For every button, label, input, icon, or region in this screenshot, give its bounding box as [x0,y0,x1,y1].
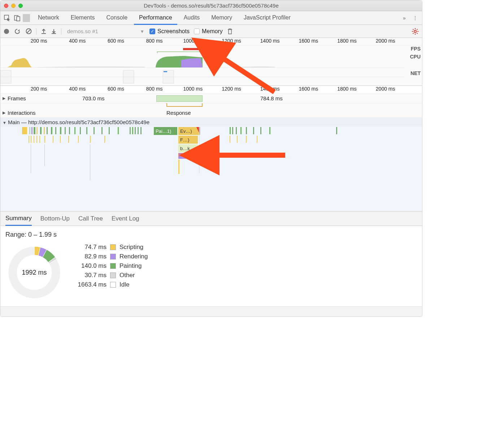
legend-item-other: 30.7 msOther [74,272,148,279]
summary-legend: 74.7 msScripting82.9 msRendering140.0 ms… [74,244,148,288]
svg-rect-25 [36,127,38,134]
trash-icon[interactable] [227,28,233,35]
summary-tab-event-log[interactable]: Event Log [112,212,139,225]
svg-rect-24 [34,127,35,134]
svg-rect-59 [44,144,45,166]
svg-rect-36 [86,127,87,134]
summary-tabs: SummaryBottom-UpCall TreeEvent Log [0,211,422,226]
svg-rect-38 [101,127,103,134]
net-label: NET [410,70,421,76]
titlebar: DevTools - demos.so/result/5c73acf736cf5… [0,0,422,11]
svg-line-15 [417,29,418,30]
interactions-row[interactable]: ▶ Interactions Response [0,108,422,118]
recording-selector[interactable]: demos.so #1 ▾ [66,28,145,35]
svg-rect-72 [199,127,200,174]
fps-long-frame-marker [183,48,205,50]
flame-chart[interactable]: Pai…1) Ev…) F…) b…k [0,127,412,210]
device-toggle-icon[interactable] [13,13,22,23]
svg-rect-23 [31,127,32,134]
svg-rect-70 [178,153,198,157]
window-title: DevTools - demos.so/result/5c73acf736cf5… [0,3,422,9]
tick: 1800 ms [337,38,357,44]
svg-rect-46 [29,136,29,143]
svg-rect-26 [40,127,42,134]
tab-performance[interactable]: Performance [134,12,177,25]
frame-duration-1: 703.0 ms [82,95,105,101]
svg-rect-40 [118,127,119,134]
svg-point-7 [414,30,416,32]
checkbox-checked-icon [149,29,155,34]
overview[interactable]: 200 ms400 ms600 ms800 ms1000 ms1200 ms14… [0,38,422,86]
tab-elements[interactable]: Elements [66,12,100,25]
svg-rect-47 [31,136,31,143]
svg-rect-41 [130,127,131,134]
tick: 1200 ms [222,86,241,92]
main-thread-panel[interactable]: ▼ Main — http://demos.so/result/5c73acf7… [0,118,422,211]
svg-rect-78 [253,127,254,134]
svg-rect-74 [232,127,233,134]
tick: 2000 ms [376,86,395,92]
inspect-icon[interactable] [3,13,12,23]
tab-console[interactable]: Console [101,12,132,25]
screenshots-toggle[interactable]: Screenshots [149,28,190,35]
status-bar [0,306,422,316]
reload-icon[interactable] [14,28,21,35]
performance-toolbar: demos.so #1 ▾ Screenshots Memory [0,25,422,38]
svg-text:Ev…): Ev…) [180,128,192,134]
svg-rect-56 [90,136,91,143]
expand-icon: ▶ [3,110,5,115]
collapse-icon[interactable]: ▼ [3,121,6,125]
summary-tab-summary[interactable]: Summary [5,212,32,226]
svg-rect-82 [237,136,238,143]
cpu-label: CPU [410,54,421,60]
load-profile-icon[interactable] [41,29,47,34]
svg-rect-28 [47,127,48,134]
tick: 600 ms [108,86,124,92]
svg-rect-54 [68,136,69,143]
svg-rect-37 [94,127,95,134]
record-button[interactable] [4,29,9,34]
donut-total: 1992 ms [5,244,63,301]
svg-rect-76 [240,127,242,134]
svg-text:b…k: b…k [180,146,190,151]
tick: 1600 ms [299,86,318,92]
tick: 1000 ms [183,86,203,92]
svg-rect-53 [60,136,61,143]
svg-rect-33 [69,127,70,134]
expand-icon: ▶ [3,96,5,101]
tab-audits[interactable]: Audits [179,12,205,25]
svg-rect-20 [164,71,167,72]
tab-memory[interactable]: Memory [206,12,237,25]
svg-rect-50 [39,136,40,143]
svg-rect-27 [44,127,45,134]
tab-javascript-profiler[interactable]: JavaScript Profiler [239,12,296,25]
svg-rect-51 [44,136,45,143]
summary-tab-call-tree[interactable]: Call Tree [78,212,103,225]
frames-row[interactable]: ▶ Frames 703.0 ms 784.8 ms [0,94,422,103]
clear-icon[interactable] [26,28,32,34]
interaction-bracket [166,103,203,107]
svg-text:Pai…1): Pai…1) [156,128,171,134]
tick: 1200 ms [222,38,241,44]
tick: 800 ms [146,86,163,92]
tick: 400 ms [69,86,86,92]
frame-duration-2: 784.8 ms [260,95,283,101]
save-profile-icon[interactable] [51,29,57,34]
summary-donut-chart: 1992 ms [5,244,63,301]
svg-rect-85 [336,127,337,134]
svg-rect-73 [230,127,231,134]
tick: 200 ms [31,86,47,92]
tick: 200 ms [31,38,47,44]
svg-rect-49 [36,136,37,143]
more-tabs-icon[interactable]: » [400,13,409,23]
tab-network[interactable]: Network [33,12,64,25]
legend-item-idle: 1663.4 msIdle [74,281,148,288]
flame-area[interactable]: 200 ms400 ms600 ms800 ms1000 ms1200 ms14… [0,86,422,211]
memory-toggle[interactable]: Memory [194,28,223,35]
overview-ruler: 200 ms400 ms600 ms800 ms1000 ms1200 ms14… [0,38,422,46]
summary-panel: Range: 0 – 1.99 s 1992 ms 74.7 msScripti… [0,226,422,306]
capture-settings-icon[interactable] [412,28,418,35]
summary-tab-bottom-up[interactable]: Bottom-Up [40,212,70,225]
tick: 1400 ms [260,86,280,92]
kebab-menu-icon[interactable]: ⋮ [410,13,420,23]
